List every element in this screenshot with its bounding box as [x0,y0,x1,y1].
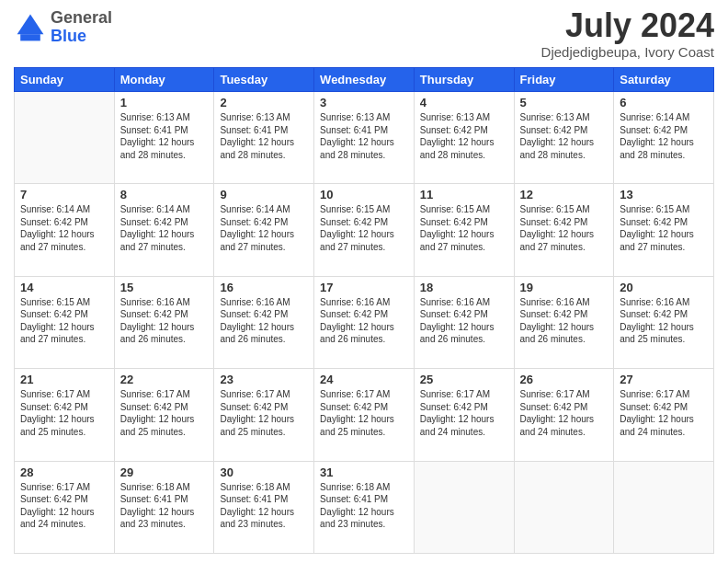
cell-info: Sunrise: 6:15 AM Sunset: 6:42 PM Dayligh… [20,296,108,346]
day-number: 12 [520,188,609,201]
calendar-cell: 20Sunrise: 6:16 AM Sunset: 6:42 PM Dayli… [614,276,714,368]
day-number: 18 [420,281,508,294]
day-number: 13 [620,188,708,201]
cell-info: Sunrise: 6:18 AM Sunset: 6:41 PM Dayligh… [320,481,408,531]
cell-info: Sunrise: 6:17 AM Sunset: 6:42 PM Dayligh… [20,388,108,438]
day-number: 27 [620,373,708,386]
calendar-cell: 1Sunrise: 6:13 AM Sunset: 6:41 PM Daylig… [114,92,214,184]
calendar-cell: 25Sunrise: 6:17 AM Sunset: 6:42 PM Dayli… [414,369,514,461]
calendar-cell: 7Sunrise: 6:14 AM Sunset: 6:42 PM Daylig… [15,184,115,276]
calendar-cell: 26Sunrise: 6:17 AM Sunset: 6:42 PM Dayli… [514,369,614,461]
day-number: 29 [120,465,209,479]
cell-info: Sunrise: 6:15 AM Sunset: 6:42 PM Dayligh… [620,203,708,253]
col-thursday: Thursday [414,68,514,92]
calendar-header: Sunday Monday Tuesday Wednesday Thursday… [15,68,714,92]
calendar-cell: 18Sunrise: 6:16 AM Sunset: 6:42 PM Dayli… [414,276,514,368]
day-number: 14 [20,281,108,294]
logo: General Blue [14,9,112,46]
calendar-cell: 21Sunrise: 6:17 AM Sunset: 6:42 PM Dayli… [15,369,115,461]
cell-info: Sunrise: 6:16 AM Sunset: 6:42 PM Dayligh… [220,296,308,346]
calendar-cell: 8Sunrise: 6:14 AM Sunset: 6:42 PM Daylig… [114,184,214,276]
day-number: 9 [220,188,308,201]
calendar-week-3: 14Sunrise: 6:15 AM Sunset: 6:42 PM Dayli… [15,276,714,368]
day-number: 17 [320,281,408,294]
calendar-cell: 11Sunrise: 6:15 AM Sunset: 6:42 PM Dayli… [414,184,514,276]
header: General Blue July 2024 Djedjedigbeupa, I… [14,9,714,60]
calendar-cell: 28Sunrise: 6:17 AM Sunset: 6:42 PM Dayli… [15,461,115,553]
day-number: 28 [20,465,108,479]
calendar-cell: 15Sunrise: 6:16 AM Sunset: 6:42 PM Dayli… [114,276,214,368]
day-number: 11 [420,188,508,201]
cell-info: Sunrise: 6:13 AM Sunset: 6:41 PM Dayligh… [220,111,308,161]
day-number: 30 [220,465,308,479]
cell-info: Sunrise: 6:14 AM Sunset: 6:42 PM Dayligh… [120,203,209,253]
col-tuesday: Tuesday [214,68,314,92]
cell-info: Sunrise: 6:16 AM Sunset: 6:42 PM Dayligh… [420,296,508,346]
calendar-cell [514,461,614,553]
cell-info: Sunrise: 6:16 AM Sunset: 6:42 PM Dayligh… [620,296,708,346]
cell-info: Sunrise: 6:14 AM Sunset: 6:42 PM Dayligh… [20,203,108,253]
day-number: 6 [620,96,708,109]
cell-info: Sunrise: 6:15 AM Sunset: 6:42 PM Dayligh… [320,203,408,253]
days-row: Sunday Monday Tuesday Wednesday Thursday… [15,68,714,92]
calendar-cell: 4Sunrise: 6:13 AM Sunset: 6:42 PM Daylig… [414,92,514,184]
calendar-cell: 23Sunrise: 6:17 AM Sunset: 6:42 PM Dayli… [214,369,314,461]
cell-info: Sunrise: 6:16 AM Sunset: 6:42 PM Dayligh… [320,296,408,346]
cell-info: Sunrise: 6:13 AM Sunset: 6:41 PM Dayligh… [320,111,408,161]
cell-info: Sunrise: 6:15 AM Sunset: 6:42 PM Dayligh… [420,203,508,253]
day-number: 10 [320,188,408,201]
calendar-cell: 13Sunrise: 6:15 AM Sunset: 6:42 PM Dayli… [614,184,714,276]
cell-info: Sunrise: 6:13 AM Sunset: 6:41 PM Dayligh… [120,111,209,161]
calendar-body: 1Sunrise: 6:13 AM Sunset: 6:41 PM Daylig… [15,92,714,554]
day-number: 31 [320,465,408,479]
cell-info: Sunrise: 6:13 AM Sunset: 6:42 PM Dayligh… [420,111,508,161]
day-number: 8 [120,188,209,201]
cell-info: Sunrise: 6:17 AM Sunset: 6:42 PM Dayligh… [320,388,408,438]
cell-info: Sunrise: 6:17 AM Sunset: 6:42 PM Dayligh… [220,388,308,438]
calendar-week-4: 21Sunrise: 6:17 AM Sunset: 6:42 PM Dayli… [15,369,714,461]
cell-info: Sunrise: 6:15 AM Sunset: 6:42 PM Dayligh… [520,203,609,253]
day-number: 1 [120,96,209,109]
calendar-cell: 19Sunrise: 6:16 AM Sunset: 6:42 PM Dayli… [514,276,614,368]
calendar-cell: 16Sunrise: 6:16 AM Sunset: 6:42 PM Dayli… [214,276,314,368]
cell-info: Sunrise: 6:17 AM Sunset: 6:42 PM Dayligh… [420,388,508,438]
cell-info: Sunrise: 6:17 AM Sunset: 6:42 PM Dayligh… [520,388,609,438]
cell-info: Sunrise: 6:18 AM Sunset: 6:41 PM Dayligh… [220,481,308,531]
col-monday: Monday [114,68,214,92]
cell-info: Sunrise: 6:17 AM Sunset: 6:42 PM Dayligh… [120,388,209,438]
col-friday: Friday [514,68,614,92]
logo-blue: Blue [51,27,86,45]
calendar-cell [614,461,714,553]
calendar-cell: 10Sunrise: 6:15 AM Sunset: 6:42 PM Dayli… [314,184,415,276]
calendar-cell: 29Sunrise: 6:18 AM Sunset: 6:41 PM Dayli… [114,461,214,553]
day-number: 7 [20,188,108,201]
day-number: 26 [520,373,609,386]
calendar-cell: 24Sunrise: 6:17 AM Sunset: 6:42 PM Dayli… [314,369,415,461]
calendar-week-5: 28Sunrise: 6:17 AM Sunset: 6:42 PM Dayli… [15,461,714,553]
calendar-cell: 6Sunrise: 6:14 AM Sunset: 6:42 PM Daylig… [614,92,714,184]
title-block: July 2024 Djedjedigbeupa, Ivory Coast [541,9,714,60]
calendar-cell: 22Sunrise: 6:17 AM Sunset: 6:42 PM Dayli… [114,369,214,461]
day-number: 25 [420,373,508,386]
col-sunday: Sunday [15,68,115,92]
calendar-cell: 12Sunrise: 6:15 AM Sunset: 6:42 PM Dayli… [514,184,614,276]
svg-marker-0 [17,14,44,34]
svg-rect-1 [20,34,40,40]
day-number: 3 [320,96,408,109]
logo-icon [14,11,47,44]
calendar-cell: 14Sunrise: 6:15 AM Sunset: 6:42 PM Dayli… [15,276,115,368]
calendar-cell: 3Sunrise: 6:13 AM Sunset: 6:41 PM Daylig… [314,92,415,184]
cell-info: Sunrise: 6:13 AM Sunset: 6:42 PM Dayligh… [520,111,609,161]
day-number: 16 [220,281,308,294]
calendar-cell [15,92,115,184]
location: Djedjedigbeupa, Ivory Coast [541,44,714,60]
calendar-cell: 31Sunrise: 6:18 AM Sunset: 6:41 PM Dayli… [314,461,415,553]
day-number: 2 [220,96,308,109]
calendar-cell [414,461,514,553]
day-number: 5 [520,96,609,109]
day-number: 4 [420,96,508,109]
month-year: July 2024 [541,9,714,42]
calendar-week-1: 1Sunrise: 6:13 AM Sunset: 6:41 PM Daylig… [15,92,714,184]
cell-info: Sunrise: 6:14 AM Sunset: 6:42 PM Dayligh… [620,111,708,161]
calendar-week-2: 7Sunrise: 6:14 AM Sunset: 6:42 PM Daylig… [15,184,714,276]
